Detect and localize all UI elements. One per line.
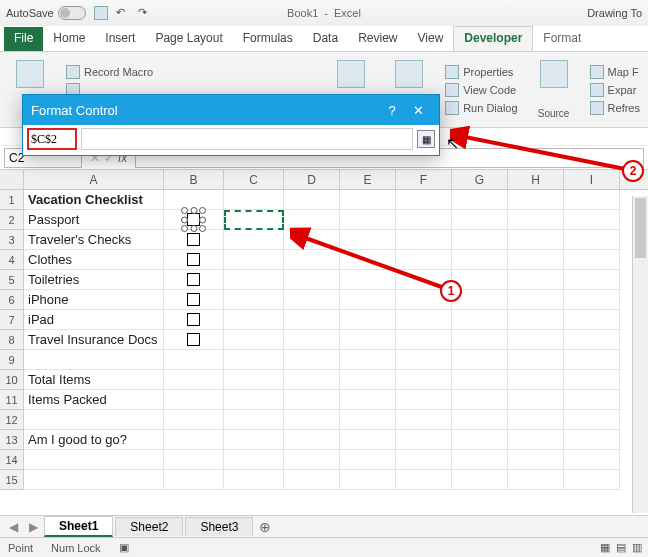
cell-I8[interactable]: [564, 330, 620, 350]
cell-F1[interactable]: [396, 190, 452, 210]
cell-E15[interactable]: [340, 470, 396, 490]
cell-F3[interactable]: [396, 230, 452, 250]
cell-A10[interactable]: Total Items: [24, 370, 164, 390]
cell-A12[interactable]: [24, 410, 164, 430]
cell-H11[interactable]: [508, 390, 564, 410]
cell-A7[interactable]: iPad: [24, 310, 164, 330]
cell-B7[interactable]: [164, 310, 224, 330]
checkbox-control[interactable]: [187, 253, 200, 266]
col-header-A[interactable]: A: [24, 170, 164, 189]
cell-H14[interactable]: [508, 450, 564, 470]
cell-E7[interactable]: [340, 310, 396, 330]
row-header[interactable]: 2: [0, 210, 24, 230]
vertical-scrollbar[interactable]: [632, 196, 648, 513]
cell-H12[interactable]: [508, 410, 564, 430]
cell-I4[interactable]: [564, 250, 620, 270]
cell-A3[interactable]: Traveler's Checks: [24, 230, 164, 250]
autosave-switch-icon[interactable]: [58, 6, 86, 20]
cell-D4[interactable]: [284, 250, 340, 270]
col-header-I[interactable]: I: [564, 170, 620, 189]
dialog-titlebar[interactable]: Format Control ? ✕: [23, 95, 439, 125]
cell-I15[interactable]: [564, 470, 620, 490]
cell-B10[interactable]: [164, 370, 224, 390]
cell-G8[interactable]: [452, 330, 508, 350]
view-page-layout-icon[interactable]: ▤: [616, 541, 626, 554]
cell-E8[interactable]: [340, 330, 396, 350]
view-page-break-icon[interactable]: ▥: [632, 541, 642, 554]
cell-G13[interactable]: [452, 430, 508, 450]
cell-D10[interactable]: [284, 370, 340, 390]
add-sheet-button[interactable]: ⊕: [255, 519, 275, 535]
cell-D11[interactable]: [284, 390, 340, 410]
cell-D7[interactable]: [284, 310, 340, 330]
run-dialog-button[interactable]: Run Dialog: [443, 100, 519, 116]
cell-C12[interactable]: [224, 410, 284, 430]
cell-H9[interactable]: [508, 350, 564, 370]
cell-B14[interactable]: [164, 450, 224, 470]
cell-H3[interactable]: [508, 230, 564, 250]
cell-C9[interactable]: [224, 350, 284, 370]
tab-formulas[interactable]: Formulas: [233, 27, 303, 51]
cell-B11[interactable]: [164, 390, 224, 410]
cell-H10[interactable]: [508, 370, 564, 390]
cell-F12[interactable]: [396, 410, 452, 430]
row-header[interactable]: 14: [0, 450, 24, 470]
row-header[interactable]: 6: [0, 290, 24, 310]
cell-G3[interactable]: [452, 230, 508, 250]
cell-A2[interactable]: Passport: [24, 210, 164, 230]
cell-D12[interactable]: [284, 410, 340, 430]
cell-B13[interactable]: [164, 430, 224, 450]
col-header-D[interactable]: D: [284, 170, 340, 189]
cell-E11[interactable]: [340, 390, 396, 410]
cell-H5[interactable]: [508, 270, 564, 290]
cell-E1[interactable]: [340, 190, 396, 210]
cell-D5[interactable]: [284, 270, 340, 290]
cell-A5[interactable]: Toiletries: [24, 270, 164, 290]
selection-handle[interactable]: [181, 216, 188, 223]
cell-G14[interactable]: [452, 450, 508, 470]
col-header-F[interactable]: F: [396, 170, 452, 189]
cell-I12[interactable]: [564, 410, 620, 430]
cell-B3[interactable]: [164, 230, 224, 250]
cell-E12[interactable]: [340, 410, 396, 430]
cell-G10[interactable]: [452, 370, 508, 390]
cell-I11[interactable]: [564, 390, 620, 410]
tab-file[interactable]: File: [4, 27, 43, 51]
cell-A15[interactable]: [24, 470, 164, 490]
col-header-B[interactable]: B: [164, 170, 224, 189]
cell-D1[interactable]: [284, 190, 340, 210]
cell-C2[interactable]: [224, 210, 284, 230]
cell-D8[interactable]: [284, 330, 340, 350]
col-header-C[interactable]: C: [224, 170, 284, 189]
cell-F8[interactable]: [396, 330, 452, 350]
row-header[interactable]: 15: [0, 470, 24, 490]
sheet-nav-prev[interactable]: ◀: [4, 520, 22, 534]
cell-A14[interactable]: [24, 450, 164, 470]
checkbox-control[interactable]: [187, 233, 200, 246]
cell-link-input[interactable]: [31, 132, 73, 147]
tab-data[interactable]: Data: [303, 27, 348, 51]
selection-handle[interactable]: [190, 225, 197, 232]
cell-D2[interactable]: [284, 210, 340, 230]
selection-handle[interactable]: [199, 216, 206, 223]
cell-F2[interactable]: [396, 210, 452, 230]
row-header[interactable]: 3: [0, 230, 24, 250]
tab-review[interactable]: Review: [348, 27, 407, 51]
col-header-E[interactable]: E: [340, 170, 396, 189]
cell-F15[interactable]: [396, 470, 452, 490]
scrollbar-thumb[interactable]: [635, 198, 646, 258]
refresh-data-button[interactable]: Refres: [588, 100, 642, 116]
properties-button[interactable]: Properties: [443, 64, 519, 80]
cell-I3[interactable]: [564, 230, 620, 250]
tab-page-layout[interactable]: Page Layout: [145, 27, 232, 51]
row-header[interactable]: 9: [0, 350, 24, 370]
cell-B5[interactable]: [164, 270, 224, 290]
cell-C6[interactable]: [224, 290, 284, 310]
row-header[interactable]: 11: [0, 390, 24, 410]
cell-C1[interactable]: [224, 190, 284, 210]
cell-F9[interactable]: [396, 350, 452, 370]
tab-insert[interactable]: Insert: [95, 27, 145, 51]
cell-C7[interactable]: [224, 310, 284, 330]
cell-F13[interactable]: [396, 430, 452, 450]
record-macro-button[interactable]: Record Macro: [64, 64, 155, 80]
